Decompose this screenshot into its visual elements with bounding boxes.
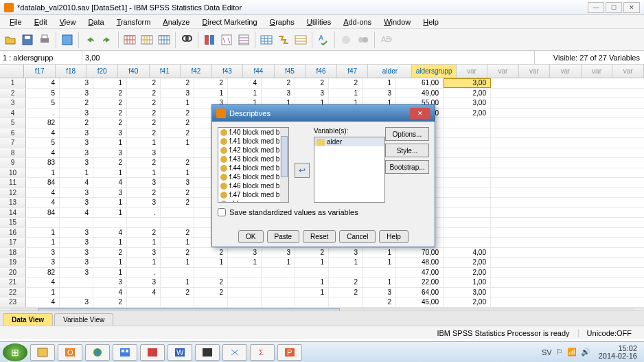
cell[interactable]: 3 xyxy=(60,228,93,238)
cell[interactable]: 1 xyxy=(363,248,396,258)
column-header[interactable]: f18 xyxy=(56,65,87,78)
cell[interactable]: 1 xyxy=(93,268,127,278)
split-file-icon[interactable] xyxy=(202,32,217,47)
cell[interactable] xyxy=(295,268,329,278)
cell[interactable] xyxy=(161,268,194,278)
cell[interactable]: 2 xyxy=(161,78,194,88)
row-header[interactable]: 5 xyxy=(0,118,26,128)
tray-lang[interactable]: SV xyxy=(542,348,552,357)
menu-data[interactable]: Data xyxy=(82,16,109,27)
column-header-empty[interactable]: var xyxy=(519,65,551,78)
cell[interactable] xyxy=(228,288,262,297)
cell[interactable]: 2 xyxy=(329,278,363,287)
cell[interactable] xyxy=(295,297,329,307)
cell[interactable]: 1 xyxy=(329,89,363,98)
cell[interactable] xyxy=(444,158,491,168)
cell[interactable] xyxy=(60,288,93,297)
select-cases-icon[interactable] xyxy=(236,32,251,47)
cell[interactable]: 4 xyxy=(26,188,60,198)
cell[interactable]: . xyxy=(127,208,161,218)
cell[interactable]: 1 xyxy=(161,258,194,267)
list-item[interactable]: f.42 block med b... xyxy=(218,146,288,155)
options-button[interactable]: Options... xyxy=(385,127,429,141)
cell[interactable]: 1 xyxy=(93,78,127,88)
find-icon[interactable] xyxy=(179,32,194,47)
cell[interactable]: 2 xyxy=(194,248,228,258)
row-header[interactable]: 6 xyxy=(0,128,26,138)
cell[interactable]: 1 xyxy=(295,288,329,297)
cell[interactable]: 4 xyxy=(26,78,60,88)
cell[interactable] xyxy=(444,198,491,207)
list-item[interactable]: alder xyxy=(314,137,384,146)
checkbox-input[interactable] xyxy=(218,208,226,216)
row-header[interactable]: 20 xyxy=(0,268,26,278)
cell[interactable]: 1 xyxy=(363,78,396,88)
cell[interactable]: 2 xyxy=(161,158,194,168)
cell[interactable]: 61,00 xyxy=(396,78,444,88)
cell[interactable]: 1 xyxy=(26,238,60,247)
taskbar-app-icon[interactable] xyxy=(113,344,137,361)
cell[interactable]: 84 xyxy=(26,208,60,218)
cell[interactable]: 2 xyxy=(194,278,228,287)
cell[interactable]: 2 xyxy=(127,118,161,128)
cell[interactable]: 3,00 xyxy=(444,98,491,108)
source-variable-list[interactable]: f.40 block med b...f.41 block med b...f.… xyxy=(218,127,289,203)
cell[interactable]: 3 xyxy=(93,278,127,287)
taskbar-word-icon[interactable]: W xyxy=(168,344,192,361)
cell[interactable]: 2,00 xyxy=(444,268,491,278)
cell[interactable] xyxy=(444,238,491,247)
list-item[interactable]: f.46 block med b... xyxy=(218,181,288,190)
cell[interactable]: 1 xyxy=(93,138,127,148)
taskbar-snip-icon[interactable] xyxy=(222,344,247,361)
row-header[interactable]: 3 xyxy=(0,98,26,108)
cell[interactable]: 5 xyxy=(26,98,60,108)
cell[interactable]: 3 xyxy=(363,89,396,98)
cell[interactable]: . xyxy=(127,268,161,278)
cell[interactable]: 4 xyxy=(26,278,60,287)
cell[interactable] xyxy=(60,278,93,287)
row-header[interactable]: 9 xyxy=(0,158,26,168)
column-header[interactable]: f43 xyxy=(212,65,244,78)
cell[interactable]: 3 xyxy=(60,128,93,138)
cell[interactable]: 1 xyxy=(329,258,363,267)
menu-analyze[interactable]: Analyze xyxy=(157,16,195,27)
cell[interactable]: 1 xyxy=(93,168,127,178)
list-item[interactable]: f.47 block med b... xyxy=(218,190,288,199)
row-header[interactable]: 21 xyxy=(0,278,26,287)
cell[interactable] xyxy=(194,268,228,278)
cell[interactable]: 3 xyxy=(60,268,93,278)
cell[interactable]: 2 xyxy=(194,78,228,88)
dialog-close-button[interactable]: ✕ xyxy=(410,108,430,119)
cell[interactable]: 1 xyxy=(194,258,228,267)
column-header[interactable]: alder xyxy=(368,65,412,78)
list-item[interactable]: f.44 block med b... xyxy=(218,163,288,172)
print-icon[interactable] xyxy=(37,32,52,47)
cell[interactable]: 1 xyxy=(262,258,295,267)
cell[interactable]: 2 xyxy=(161,188,194,198)
cell[interactable]: 4 xyxy=(93,288,127,297)
cell[interactable] xyxy=(444,188,491,198)
cell[interactable] xyxy=(329,268,363,278)
horizontal-scrollbar[interactable] xyxy=(0,308,644,311)
row-header[interactable]: 12 xyxy=(0,188,26,198)
toolbar-icon-b[interactable] xyxy=(356,32,371,47)
use-variable-sets-icon[interactable] xyxy=(276,32,291,47)
cell[interactable]: 2 xyxy=(161,198,194,207)
cell[interactable]: 4 xyxy=(93,228,127,238)
list-item[interactable]: f.45 block med b... xyxy=(218,172,288,181)
weight-cases-icon[interactable] xyxy=(219,32,234,47)
cell[interactable]: 3 xyxy=(26,258,60,267)
cell[interactable]: 2,00 xyxy=(444,89,491,98)
goto-variable-icon[interactable] xyxy=(139,32,154,47)
system-tray[interactable]: SV ⚐ 📶 🔊 15:022014-02-16 xyxy=(542,345,641,360)
cell[interactable]: 2 xyxy=(127,158,161,168)
cell[interactable]: 4 xyxy=(26,198,60,207)
cell[interactable]: 4 xyxy=(127,288,161,297)
cell[interactable]: 22,00 xyxy=(396,278,444,287)
cell[interactable]: 3 xyxy=(60,89,93,98)
maximize-button[interactable]: ☐ xyxy=(606,2,622,13)
cell[interactable]: 2,00 xyxy=(444,258,491,267)
cell[interactable]: 3 xyxy=(60,248,93,258)
cell[interactable]: 3 xyxy=(26,248,60,258)
cell[interactable]: 2 xyxy=(161,228,194,238)
